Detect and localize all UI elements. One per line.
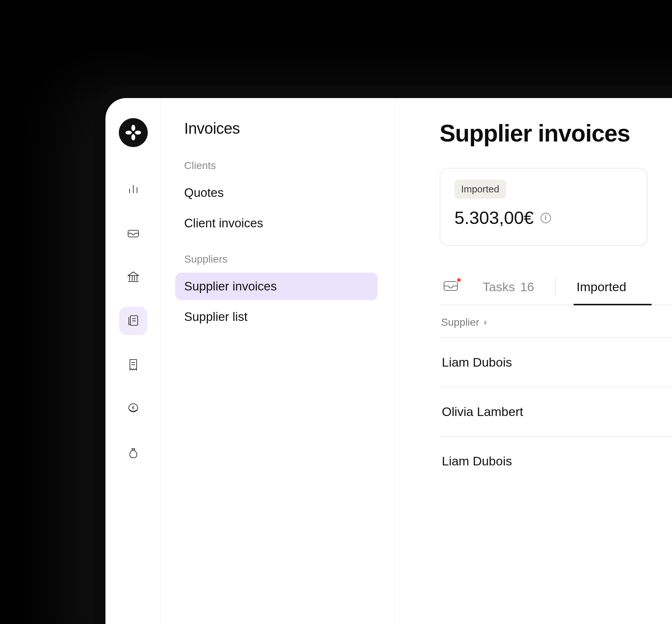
svg-text:€: €: [132, 405, 134, 410]
svg-rect-13: [130, 316, 138, 325]
svg-point-1: [135, 131, 141, 135]
device-frame: € Invoices Clients Quotes Client invoice…: [93, 85, 672, 624]
app-logo[interactable]: [119, 118, 148, 147]
tab-divider: [555, 277, 556, 295]
notification-dot-icon: [456, 277, 462, 283]
rail-bank[interactable]: [119, 263, 147, 291]
svg-point-2: [131, 134, 135, 140]
tab-inbox[interactable]: [440, 276, 462, 305]
rail-invoices[interactable]: [119, 307, 147, 335]
tab-tasks[interactable]: Tasks 16: [480, 276, 537, 305]
logo-icon: [125, 125, 141, 140]
table-row[interactable]: Olivia Lambert: [440, 387, 672, 437]
nav-quotes[interactable]: Quotes: [175, 179, 378, 207]
table-row[interactable]: Liam Dubois: [440, 437, 672, 485]
money-bag-icon: [126, 445, 141, 460]
bar-chart-icon: [126, 182, 141, 197]
supplier-name: Liam Dubois: [442, 454, 512, 468]
supplier-name: Liam Dubois: [442, 355, 512, 369]
sort-icon: ▴▾: [484, 320, 487, 325]
tabs-bar: Tasks 16 Imported: [440, 276, 672, 305]
receipt-icon: [126, 357, 141, 372]
info-icon[interactable]: i: [541, 213, 551, 223]
svg-point-0: [131, 125, 135, 131]
summary-card-imported[interactable]: Imported 5.303,00€ i: [440, 168, 647, 246]
icon-rail: €: [105, 98, 161, 624]
subnav-title: Invoices: [184, 120, 378, 137]
secondary-nav: Invoices Clients Quotes Client invoices …: [161, 98, 395, 624]
nav-supplier-list[interactable]: Supplier list: [175, 303, 378, 331]
rail-treasury[interactable]: [119, 438, 147, 467]
invoice-icon: [126, 313, 141, 328]
page-title: Supplier invoices: [440, 120, 672, 147]
subnav-group-clients: Clients Quotes Client invoices: [184, 160, 378, 237]
column-header-supplier[interactable]: Supplier ▴▾: [440, 305, 672, 338]
svg-rect-7: [128, 230, 138, 237]
inbox-icon: [126, 226, 141, 241]
main-content: Supplier invoices Imported 5.303,00€ i: [395, 98, 672, 624]
imported-amount: 5.303,00€: [454, 208, 534, 228]
svg-point-3: [125, 131, 132, 135]
supplier-name: Olivia Lambert: [442, 404, 523, 419]
nav-client-invoices[interactable]: Client invoices: [175, 209, 378, 237]
status-chip: Imported: [454, 180, 506, 199]
tab-tasks-count: 16: [520, 280, 534, 294]
euro-coin-icon: €: [126, 401, 141, 416]
tab-tasks-label: Tasks: [483, 280, 515, 294]
subnav-group-label: Clients: [184, 160, 378, 172]
rail-analytics[interactable]: [119, 175, 147, 204]
tab-imported-label: Imported: [577, 280, 626, 294]
bank-icon: [126, 270, 141, 285]
rail-receipts[interactable]: [119, 351, 147, 379]
rail-inbox[interactable]: [119, 219, 147, 247]
tab-imported[interactable]: Imported: [574, 276, 629, 305]
rail-payments[interactable]: €: [119, 394, 147, 423]
amount-row: 5.303,00€ i: [454, 208, 633, 228]
app-window: € Invoices Clients Quotes Client invoice…: [105, 98, 672, 624]
table-row[interactable]: Liam Dubois: [440, 338, 672, 387]
subnav-group-label: Suppliers: [184, 253, 378, 265]
subnav-group-suppliers: Suppliers Supplier invoices Supplier lis…: [184, 253, 378, 331]
column-supplier-label: Supplier: [441, 316, 479, 328]
nav-supplier-invoices[interactable]: Supplier invoices: [175, 273, 378, 300]
